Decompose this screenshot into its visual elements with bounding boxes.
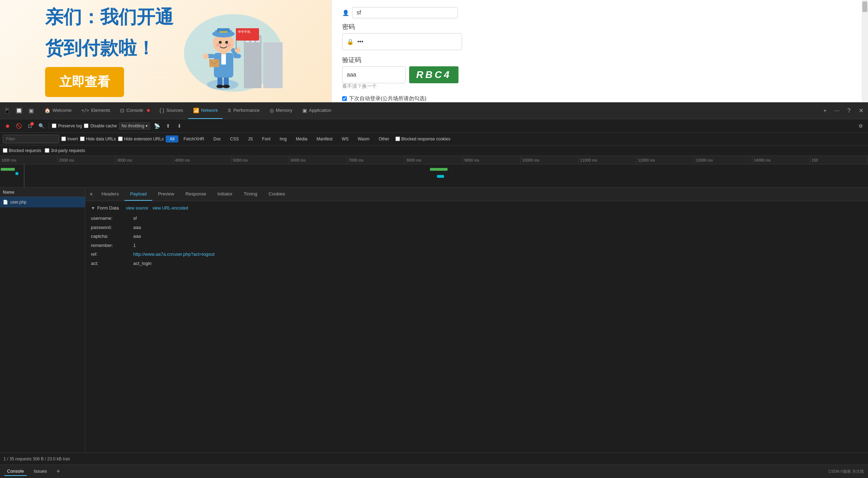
clear-btn[interactable]: 🚫 — [14, 121, 23, 131]
captcha-image[interactable]: RBC4 — [409, 66, 458, 83]
scrollbar-thumb[interactable] — [862, 1, 867, 12]
detail-tab-timing[interactable]: Timing — [238, 188, 263, 201]
settings-btn[interactable]: ⚙ — [856, 121, 865, 131]
add-tab-btn[interactable]: + — [54, 467, 62, 476]
filter-btn-font[interactable]: Font — [258, 135, 275, 143]
csdn-watermark: CSDN ©版权 关注我 — [829, 469, 864, 474]
detail-tab-preview[interactable]: Preview — [152, 188, 180, 201]
svg-rect-13 — [221, 54, 226, 65]
tab-elements[interactable]: </> Elements — [76, 102, 115, 119]
detail-tabs: × Headers Payload Preview Response Initi… — [85, 188, 868, 201]
throttle-select[interactable]: No throttling ▾ — [119, 122, 150, 129]
tab-performance-label: Performance — [233, 108, 259, 113]
disable-cache-checkbox[interactable] — [84, 123, 88, 128]
network-conditions-btn[interactable]: 📡 — [152, 121, 161, 131]
filter-btn-media[interactable]: Media — [292, 135, 312, 143]
view-url-encoded-link[interactable]: view URL-encoded — [153, 206, 188, 211]
third-party-checkbox[interactable] — [45, 148, 49, 153]
tab-sources[interactable]: { } Sources — [155, 102, 188, 119]
help-btn[interactable]: ? — [843, 105, 855, 116]
form-field-ref: ref: http://www.aa7a.cn/user.php?act=log… — [91, 251, 862, 258]
filter-btn-all[interactable]: All — [166, 135, 178, 143]
filter-btn-fetch-xhr[interactable]: Fetch/XHR — [180, 135, 208, 143]
filter-btn-img[interactable]: Img — [276, 135, 291, 143]
filter-btn-js[interactable]: JS — [244, 135, 257, 143]
tab-memory[interactable]: ◎ Memory — [265, 102, 297, 119]
close-devtools-btn[interactable]: ✕ — [855, 105, 867, 116]
invert-toggle[interactable]: Invert — [61, 137, 78, 141]
invert-checkbox[interactable] — [61, 137, 66, 141]
record-btn[interactable]: ⏺ — [3, 121, 12, 131]
payload-content: ▼ Form Data view source view URL-encoded… — [85, 201, 868, 453]
ref-key: ref: — [91, 251, 133, 258]
detail-tab-initiator[interactable]: Initiator — [212, 188, 238, 201]
preserve-log-checkbox[interactable] — [52, 123, 56, 128]
detail-tab-headers[interactable]: Headers — [96, 188, 124, 201]
tab-application[interactable]: ▣ Application — [297, 102, 337, 119]
form-data-toggle[interactable]: ▼ Form Data — [91, 205, 119, 211]
password-key: password: — [91, 224, 133, 231]
export-har-btn[interactable]: ⬇ — [175, 121, 184, 131]
search-btn[interactable]: 🔍 — [37, 121, 46, 131]
tab-welcome[interactable]: 🏠 Welcome — [39, 102, 76, 119]
more-options-btn[interactable]: ⋯ — [831, 105, 843, 116]
performance-icon: ⧖ — [228, 107, 231, 113]
hide-data-urls-toggle[interactable]: Hide data URLs — [80, 137, 116, 141]
devtools-device-btn[interactable]: 📱 — [1, 105, 13, 116]
blocked-cookies-checkbox[interactable] — [395, 137, 400, 141]
svg-point-27 — [216, 43, 221, 47]
tick-13000: 13000 ms — [694, 156, 752, 164]
tab-console[interactable]: ⊡ Console — [115, 102, 155, 119]
form-field-remember: remember: 1 — [91, 242, 862, 249]
tab-network[interactable]: 📶 Network — [188, 102, 223, 119]
filter-btn-doc[interactable]: Doc — [210, 135, 225, 143]
hide-ext-urls-checkbox[interactable] — [118, 137, 123, 141]
third-party-toggle[interactable]: 3rd-party requests — [45, 148, 85, 153]
captcha-refresh-link[interactable]: 看不清？换一个 — [342, 83, 851, 90]
blocked-requests-checkbox[interactable] — [3, 148, 7, 153]
svg-point-17 — [203, 54, 209, 59]
captcha-label: 验证码 — [342, 56, 851, 64]
page-scrollbar[interactable] — [862, 0, 868, 102]
close-detail-btn[interactable]: × — [87, 190, 96, 199]
hide-data-urls-checkbox[interactable] — [80, 137, 85, 141]
errors-btn[interactable]: ⊡ ! — [25, 121, 35, 131]
remember-checkbox[interactable] — [342, 96, 347, 101]
filter-input[interactable] — [3, 135, 59, 143]
blocked-requests-toggle[interactable]: Blocked requests — [3, 148, 41, 153]
detail-tab-cookies[interactable]: Cookies — [263, 188, 291, 201]
cartoon-character: 华华手机 — [180, 7, 286, 95]
import-har-btn[interactable]: ⬆ — [164, 121, 173, 131]
invert-label: Invert — [67, 137, 78, 141]
captcha-input[interactable]: aaa — [342, 66, 406, 83]
blocked-cookies-toggle[interactable]: Blocked response cookies — [395, 137, 450, 141]
payload-tab-label: Payload — [130, 191, 147, 196]
filter-btn-wasm[interactable]: Wasm — [354, 135, 374, 143]
see-now-button[interactable]: 立即查看 — [45, 67, 124, 97]
password-input[interactable]: 🔒 ••• — [342, 33, 462, 50]
filter-btn-manifest[interactable]: Manifest — [313, 135, 336, 143]
detail-tab-response[interactable]: Response — [180, 188, 212, 201]
network-status-text: 1 / 35 requests 306 B / 23.0 kB tran — [4, 456, 70, 461]
username-input[interactable]: sf — [352, 7, 458, 18]
form-field-username: username: sf — [91, 215, 862, 222]
devtools-console-drawer-btn[interactable]: ▣ — [25, 105, 37, 116]
view-source-link[interactable]: view source — [126, 206, 148, 211]
request-list-item-user-php[interactable]: 📄 user.php — [0, 197, 85, 207]
ref-link[interactable]: http://www.aa7a.cn/user.php?act=logout — [133, 252, 215, 257]
tab-performance[interactable]: ⧖ Performance — [223, 102, 264, 119]
console-tab-btn[interactable]: Console — [4, 467, 27, 476]
toolbar-separator-1 — [49, 122, 49, 129]
filter-btn-css[interactable]: CSS — [226, 135, 243, 143]
issues-tab-btn[interactable]: Issues — [31, 467, 50, 476]
devtools-inspect-btn[interactable]: 🔲 — [13, 105, 25, 116]
filter-btn-other[interactable]: Other — [375, 135, 393, 143]
detail-tab-payload[interactable]: Payload — [124, 188, 152, 201]
add-panel-btn[interactable]: + — [819, 105, 831, 116]
filter-btn-ws[interactable]: WS — [338, 135, 352, 143]
hide-ext-urls-toggle[interactable]: Hide extension URLs — [118, 137, 164, 141]
preserve-log-toggle[interactable]: Preserve log — [52, 123, 82, 128]
disable-cache-toggle[interactable]: Disable cache — [84, 123, 117, 128]
tab-console-label: Console — [127, 108, 143, 113]
tab-sources-label: Sources — [166, 108, 183, 113]
